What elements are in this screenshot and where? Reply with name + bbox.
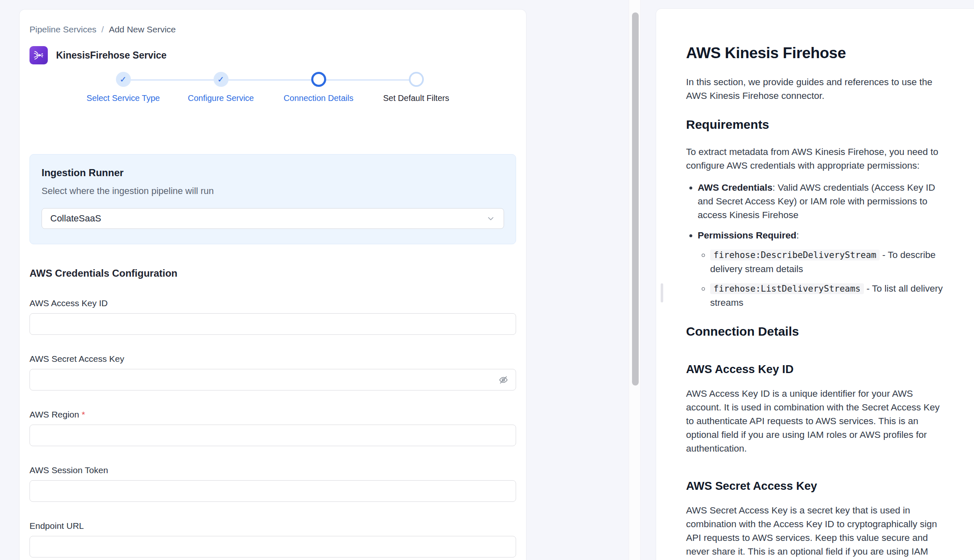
doc-section-aws-secret-access-key: AWS Secret Access KeyAWS Secret Access K… (686, 479, 950, 560)
form-field-aws-access-key-id: AWS Access Key ID (30, 298, 516, 335)
form-field-aws-region: AWS Region* (30, 410, 516, 446)
left-panel-scrollbar-track[interactable] (629, 0, 641, 560)
ingestion-runner-selected-value: CollateSaaS (50, 213, 486, 224)
eye-invisible-icon[interactable] (497, 373, 509, 386)
breadcrumb: Pipeline Services / Add New Service (30, 25, 516, 34)
field-label: AWS Region* (30, 410, 516, 420)
page: Pipeline Services / Add New Service Kine (0, 0, 974, 560)
ingestion-runner-box: Ingestion Runner Select where the ingest… (30, 154, 516, 244)
step-label: Connection Details (284, 93, 354, 103)
breadcrumb-add-new-service: Add New Service (109, 25, 176, 34)
doc-section-aws-access-key-id: AWS Access Key IDAWS Access Key ID is a … (686, 363, 950, 455)
form-field-aws-session-token: AWS Session Token (30, 465, 516, 502)
step-label: Configure Service (188, 93, 254, 103)
stepper: ✓Select Service Type✓Configure ServiceCo… (74, 72, 465, 118)
input-wrap (30, 369, 516, 391)
step-set-default-filters[interactable]: Set Default Filters (367, 72, 465, 103)
requirements-heading: Requirements (686, 118, 950, 132)
panel-resize-handle[interactable] (661, 283, 663, 302)
required-asterisk: * (81, 410, 85, 419)
aws-region-input[interactable] (30, 425, 516, 446)
doc-section-body: AWS Secret Access Key is a secret key th… (686, 504, 950, 560)
service-header: KinesisFirehose Service (30, 46, 516, 64)
ingestion-runner-subtitle: Select where the ingestion pipeline will… (42, 186, 504, 196)
input-wrap (30, 480, 516, 502)
breadcrumb-pipeline-services[interactable]: Pipeline Services (30, 25, 96, 34)
requirements-intro: To extract metadata from AWS Kinesis Fir… (686, 145, 950, 172)
requirement-item: Permissions Required:firehose:DescribeDe… (698, 228, 950, 309)
permission-item: firehose:DescribeDeliveryStream - To des… (710, 248, 950, 276)
aws-secret-access-key-input[interactable] (30, 369, 516, 391)
docs-intro: In this section, we provide guides and r… (686, 75, 950, 103)
form-section-title: AWS Credentials Configuration (30, 268, 516, 279)
step-circle-icon (409, 72, 424, 87)
requirement-item: AWS Credentials: Valid AWS credentials (… (698, 181, 950, 222)
endpoint-url-input[interactable] (30, 536, 516, 558)
chevron-down-icon (486, 214, 495, 223)
field-label: AWS Secret Access Key (30, 354, 516, 364)
requirements-list: AWS Credentials: Valid AWS credentials (… (686, 181, 950, 309)
docs-title: AWS Kinesis Firehose (686, 44, 950, 62)
permissions-list: firehose:DescribeDeliveryStream - To des… (698, 248, 950, 309)
aws-access-key-id-input[interactable] (30, 313, 516, 335)
step-label: Set Default Filters (383, 93, 449, 103)
connection-details-heading: Connection Details (686, 324, 950, 339)
field-label: AWS Session Token (30, 465, 516, 475)
input-wrap (30, 425, 516, 446)
ingestion-runner-select[interactable]: CollateSaaS (42, 208, 504, 229)
step-label: Select Service Type (86, 93, 160, 103)
permission-code: firehose:ListDeliveryStreams (710, 283, 864, 294)
ingestion-runner-title: Ingestion Runner (42, 167, 504, 179)
service-title: KinesisFirehose Service (56, 50, 167, 61)
input-wrap (30, 536, 516, 558)
breadcrumb-separator: / (101, 25, 104, 34)
permission-item: firehose:ListDeliveryStreams - To list a… (710, 282, 950, 309)
step-select-service-type[interactable]: ✓Select Service Type (74, 72, 172, 103)
docs-panel: AWS Kinesis Firehose In this section, we… (656, 8, 974, 560)
field-label: Endpoint URL (30, 521, 516, 531)
field-label: AWS Access Key ID (30, 298, 516, 308)
input-wrap (30, 313, 516, 335)
doc-section-body: AWS Access Key ID is a unique identifier… (686, 387, 950, 455)
step-check-icon: ✓ (214, 72, 229, 87)
step-connection-details[interactable]: Connection Details (270, 72, 367, 103)
form-field-endpoint-url: Endpoint URL (30, 521, 516, 558)
add-service-panel: Pipeline Services / Add New Service Kine (19, 9, 526, 560)
form-field-aws-secret-access-key: AWS Secret Access Key (30, 354, 516, 391)
step-circle-icon (311, 72, 326, 87)
doc-section-heading: AWS Access Key ID (686, 363, 950, 376)
step-check-icon: ✓ (116, 72, 131, 87)
left-panel-scrollbar-thumb[interactable] (632, 12, 639, 386)
aws-session-token-input[interactable] (30, 480, 516, 502)
doc-section-heading: AWS Secret Access Key (686, 479, 950, 493)
permission-code: firehose:DescribeDeliveryStream (710, 250, 880, 260)
step-configure-service[interactable]: ✓Configure Service (172, 72, 270, 103)
kinesis-firehose-icon (30, 46, 48, 64)
